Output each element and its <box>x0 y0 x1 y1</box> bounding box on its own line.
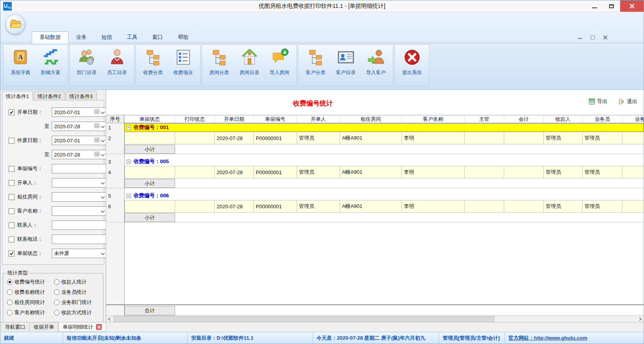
stat-type-option[interactable]: 收款人统计 <box>53 277 100 287</box>
horizontal-scrollbar[interactable] <box>106 315 644 322</box>
ribbon-tab[interactable]: 帮助 <box>170 32 196 43</box>
filter-dropdown[interactable] <box>52 206 106 216</box>
row-number: 3 <box>106 157 125 166</box>
scrollbar-thumb[interactable] <box>114 316 494 322</box>
import-room-button[interactable]: 导入房间 <box>264 46 295 76</box>
filter-dropdown[interactable] <box>52 192 106 202</box>
table-row[interactable]: 42020-07-28P00000001管理员A幢A901李明管理员管理员 <box>106 166 644 178</box>
fee-item-button[interactable]: 收费项目 <box>168 46 198 76</box>
group-header-row[interactable]: 3收费编号：005 <box>106 157 644 166</box>
ribbon-item-label: 部门目录 <box>77 69 97 76</box>
report-area: 收费编号统计 导出 <box>106 90 644 322</box>
room-list-button[interactable]: 房间目录 <box>234 46 264 76</box>
group-title: 收费编号：005 <box>134 158 169 165</box>
bottom-tab[interactable]: 单据明细统计 <box>58 322 106 332</box>
exit-report-button[interactable]: 退出 <box>619 98 637 105</box>
grand-total-cell: 合计 <box>125 306 175 315</box>
official-website-link[interactable]: 官方网站：http://www.ghutu.com <box>505 332 644 344</box>
filter-checkbox[interactable] <box>9 138 14 144</box>
filter-date-input[interactable]: 2020-07-01 <box>52 107 106 117</box>
filter-checkbox[interactable] <box>9 166 14 172</box>
customer-list-button[interactable]: 客户目录 <box>331 46 361 76</box>
ribbon-tab[interactable]: 工具 <box>119 32 145 43</box>
condition-tab[interactable]: 统计条件3 <box>65 91 96 100</box>
ladder-plan-button[interactable]: 阶梯方案 <box>36 46 66 76</box>
fee-category-button[interactable]: 收费分类 <box>138 46 168 76</box>
scroll-left-arrow[interactable] <box>106 316 113 322</box>
minimize-button[interactable] <box>586 0 603 12</box>
department-button[interactable]: 部门目录 <box>72 46 102 76</box>
condition-tab[interactable]: 统计条件2 <box>34 91 65 100</box>
stat-type-option[interactable]: 业务员统计 <box>53 287 100 297</box>
ribbon-body: A系统字典阶梯方案部门目录员工目录收费分类收费项目房间分类房间目录导入房间客户分… <box>0 43 644 87</box>
stat-type-option[interactable]: 收费编号统计 <box>6 277 53 287</box>
group-header-row[interactable]: 5收费编号：006 <box>106 191 644 200</box>
tab-close-button[interactable] <box>96 324 102 330</box>
bottom-tab[interactable]: 导航窗口 <box>1 322 30 332</box>
table-row[interactable]: 62020-07-28P00000001管理员A幢A901李明管理员管理员 <box>106 200 644 213</box>
export-icon <box>589 98 595 105</box>
export-button[interactable]: 导出 <box>589 98 608 105</box>
filter-checkbox[interactable] <box>9 208 14 214</box>
scroll-right-arrow[interactable] <box>637 316 644 322</box>
filter-date-input[interactable]: 2020-07-28 <box>52 122 106 131</box>
filter-date-input[interactable]: 2020-07-01 <box>52 136 106 145</box>
subtotal-row: 小计 <box>106 144 644 154</box>
table-cell: 2020-07-28 <box>215 132 254 144</box>
control-icons <box>94 136 105 145</box>
child-restore-button[interactable] <box>590 35 595 40</box>
chevron-down-icon <box>101 180 105 186</box>
report-title: 收费编号统计 <box>293 99 333 108</box>
filter-text-input[interactable] <box>52 220 106 230</box>
filter-checkbox[interactable] <box>9 222 14 228</box>
condition-tab[interactable]: 统计条件1 <box>2 91 33 100</box>
filter-text-input[interactable] <box>52 235 106 244</box>
bottom-tab[interactable]: 收据开单 <box>30 322 58 332</box>
collapse-icon[interactable] <box>127 126 131 130</box>
filter-checkbox[interactable] <box>9 109 14 115</box>
workspace: 统计条件1统计条件2统计条件3 开单日期：2020-07-01至2020-07-… <box>0 90 644 322</box>
ribbon-tab[interactable]: 基础数据 <box>32 31 69 43</box>
radio-icon <box>7 300 13 305</box>
stat-type-option[interactable]: 客户名称统计 <box>6 308 53 318</box>
column-header: 打印状态 <box>175 115 214 123</box>
exit-system-button[interactable]: 退出系统 <box>397 46 427 76</box>
customer-category-button[interactable]: 客户分类 <box>300 46 331 76</box>
row-gap <box>106 222 644 226</box>
maximize-button[interactable] <box>603 0 620 12</box>
child-minimize-button[interactable] <box>578 35 582 40</box>
room-category-icon <box>210 48 228 66</box>
collapse-icon[interactable] <box>127 194 131 198</box>
stat-type-option[interactable]: 业务部门统计 <box>53 297 100 308</box>
collapse-icon[interactable] <box>127 160 131 164</box>
group-header-row[interactable]: 1收费编号：001 <box>106 123 644 132</box>
row-number: 6 <box>106 200 125 213</box>
filter-checkbox[interactable] <box>9 237 14 242</box>
filter-text-input[interactable] <box>52 164 106 173</box>
filter-checkbox[interactable] <box>9 251 14 257</box>
filter-checkbox[interactable] <box>9 180 14 186</box>
filter-date-input[interactable]: 2020-07-28 <box>52 150 106 159</box>
filter-row: 至2020-07-28 <box>5 147 101 162</box>
child-close-button[interactable] <box>603 35 608 40</box>
close-button[interactable] <box>620 0 644 12</box>
column-header: 单据编号 <box>253 115 297 123</box>
file-orb-button[interactable] <box>5 14 25 35</box>
ribbon-tab[interactable]: 窗口 <box>145 32 170 43</box>
stat-type-option[interactable]: 收费名称统计 <box>6 287 53 297</box>
ribbon-tab[interactable]: 短信 <box>94 32 119 43</box>
stat-type-option[interactable]: 收款方式统计 <box>53 308 100 318</box>
room-category-button[interactable]: 房间分类 <box>204 46 234 76</box>
status-segment: 管理员[管理员/主管/会计] <box>439 332 505 344</box>
import-customer-button[interactable]: 导入客户 <box>361 46 391 76</box>
filter-checkbox[interactable] <box>9 194 14 200</box>
stat-type-option[interactable]: 租住房间统计 <box>6 297 53 308</box>
filter-dropdown[interactable]: 未作废 <box>52 249 106 258</box>
table-row[interactable]: 22020-07-28P00000001管理员A幢A901李明管理员管理员 <box>106 132 644 144</box>
stat-type-groupbox: 统计类型 收费编号统计收款人统计收费名称统计业务员统计租住房间统计业务部门统计客… <box>3 269 103 322</box>
filter-dropdown[interactable] <box>52 178 106 187</box>
table-cell <box>465 200 504 213</box>
ribbon-tab[interactable]: 业务 <box>69 32 94 43</box>
employee-button[interactable]: 员工目录 <box>102 46 132 76</box>
dictionary-button[interactable]: A系统字典 <box>5 46 36 76</box>
